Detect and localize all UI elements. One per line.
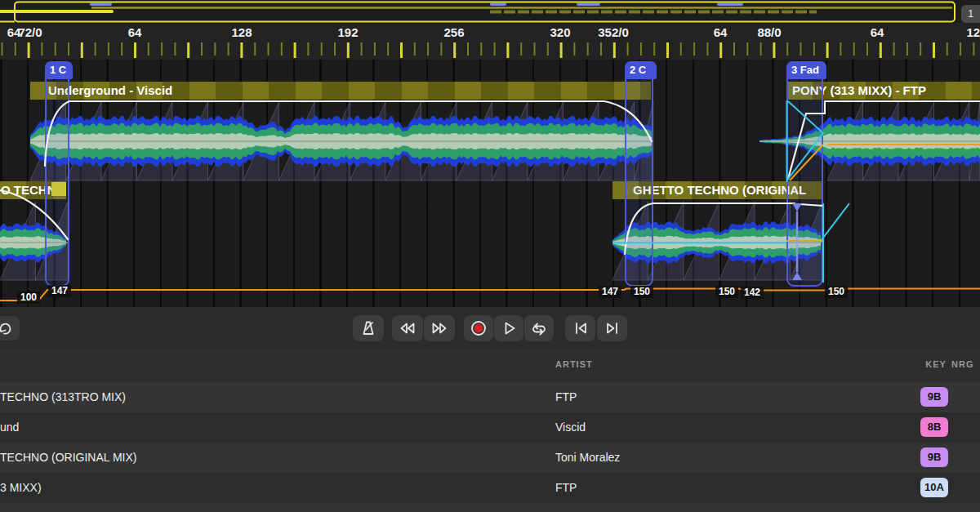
ruler-label: 128 <box>231 25 252 39</box>
tempo-value-label: 150 <box>825 286 848 298</box>
loop-button[interactable] <box>524 315 554 341</box>
key-badge: 9B <box>920 387 948 407</box>
bar-ruler[interactable]: 6472/064128192256320352/06488/064128 <box>0 23 980 60</box>
ruler-label: 72/0 <box>18 25 42 39</box>
tempo-value-label: 142 <box>741 287 764 299</box>
fast-forward-icon <box>430 318 449 338</box>
table-header: ARTIST KEY NRG <box>0 349 980 382</box>
table-row[interactable]: TECHNO (ORIGINAL MIX)Toni Moralez9B <box>0 443 980 473</box>
skip-to-end-button[interactable] <box>597 315 627 341</box>
minimap-graphics <box>0 0 980 23</box>
metronome-button[interactable] <box>353 315 384 341</box>
rewind-icon <box>398 318 417 338</box>
ruler-label: 256 <box>443 25 464 39</box>
row-artist: Viscid <box>555 412 586 443</box>
key-badge: 8B <box>920 417 948 437</box>
play-button[interactable] <box>494 315 523 341</box>
row-artist: FTP <box>555 473 577 503</box>
row-title: TECHNO (313TRO MIX) <box>0 382 126 412</box>
ruler-label: 128 <box>966 25 980 39</box>
ruler-label: 88/0 <box>757 25 781 39</box>
table-row[interactable]: undViscid8B <box>0 412 980 443</box>
undo-icon <box>0 318 16 338</box>
dj-mix-editor: 1 6472/064128192256320352/06488/064128 U… <box>0 0 980 512</box>
row-title: 3 MIXX) <box>0 473 42 503</box>
row-artist: FTP <box>555 382 577 412</box>
rewind-button[interactable] <box>392 315 423 341</box>
column-header-nrg[interactable]: NRG <box>951 359 973 369</box>
key-badge: 9B <box>920 447 948 467</box>
table-row[interactable]: 3 MIXX)FTP10A <box>0 473 980 503</box>
tempo-value-label: 150 <box>630 286 653 298</box>
metronome-icon <box>359 318 378 338</box>
key-badge: 10A <box>920 478 948 497</box>
automation-lines <box>0 60 980 307</box>
table-row[interactable]: TECHNO (313TRO MIX)FTP9B <box>0 382 980 412</box>
transport-bar <box>0 307 980 349</box>
skip-to-start-button[interactable] <box>565 315 595 341</box>
row-artist: Toni Moralez <box>555 443 620 473</box>
undo-button[interactable] <box>0 316 20 341</box>
tempo-value-label: 150 <box>715 286 738 298</box>
loop-icon <box>529 318 549 338</box>
ruler-label: 64 <box>714 25 728 39</box>
ruler-label: 352/0 <box>598 25 629 39</box>
record-button[interactable] <box>464 315 493 341</box>
arrangement-minimap[interactable]: 1 <box>0 0 980 23</box>
play-icon <box>499 318 519 338</box>
tempo-value-label: 147 <box>599 286 621 298</box>
ruler-label: 320 <box>550 25 570 39</box>
ruler-label: 192 <box>337 25 358 39</box>
ruler-label: 64 <box>871 25 884 39</box>
row-title: TECHNO (ORIGINAL MIX) <box>0 443 137 473</box>
track-table: ARTIST KEY NRG TECHNO (313TRO MIX)FTP9Bu… <box>0 349 980 512</box>
tempo-value-label: 147 <box>48 285 71 297</box>
column-header-artist[interactable]: ARTIST <box>555 359 593 369</box>
ruler-ticks <box>0 23 980 60</box>
tempo-value-label: 100 <box>17 292 40 304</box>
page-indicator-chip[interactable]: 1 <box>961 5 980 23</box>
ruler-label: 64 <box>128 25 142 39</box>
record-icon <box>469 318 488 338</box>
timeline-canvas[interactable]: Underground - ViscidPONY (313 MIXX) - FT… <box>0 60 980 307</box>
skip-to-end-icon <box>603 318 622 338</box>
row-title: und <box>0 412 19 443</box>
skip-to-start-icon <box>571 318 590 338</box>
table-row-partial[interactable] <box>0 503 980 512</box>
fast-forward-button[interactable] <box>424 315 455 341</box>
column-header-key[interactable]: KEY <box>922 359 950 369</box>
